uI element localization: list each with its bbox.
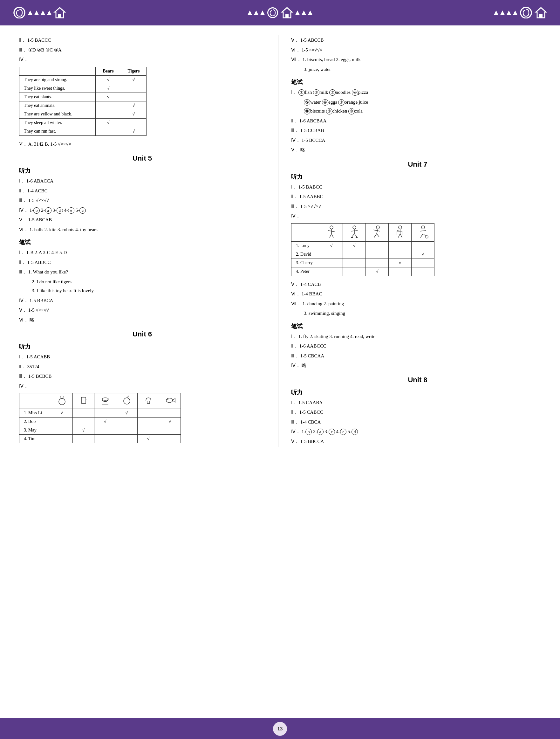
u7-vii-2: 3. swimming, singing: [304, 309, 544, 318]
unit6-title: Unit 6: [19, 330, 265, 338]
unit4-ii: Ⅱ． 1-5 BACCC: [19, 36, 265, 45]
left-column: Ⅱ． 1-5 BACCC Ⅲ． ①D ②B ③C ④A Ⅳ． Bears Tig…: [19, 35, 278, 447]
activity-icon-5: [417, 225, 429, 239]
c10: ⑩: [348, 108, 355, 115]
c4: ④: [352, 89, 358, 96]
unit7-listening: Ⅰ． 1-5 BABCC Ⅱ． 1-5 AABBC Ⅲ． 1-5 ×√√×√ Ⅳ…: [291, 182, 544, 221]
u8-l-iv: Ⅳ． 1-b 2-a 3-c 4-e 5-d: [291, 427, 544, 436]
triangle-group-left: [28, 10, 51, 15]
col-bears: Bears: [96, 67, 121, 76]
unit5-written-title: 笔试: [19, 239, 265, 246]
house-icon-center: [281, 6, 293, 19]
svg-line-29: [351, 231, 358, 231]
u5-l-iii: Ⅲ． 1-5 √××√√: [19, 196, 265, 205]
u7-w-ii: Ⅱ． 1-6 AABCCC: [291, 341, 544, 351]
table-row: They like sweet things. √: [19, 84, 147, 93]
c2: ②: [313, 89, 320, 96]
u8-l-iii: Ⅲ． 1-4 CBCA: [291, 418, 544, 427]
header-left-decoration: [13, 6, 66, 19]
u5-w-ii: Ⅱ． 1-5 ABBCC: [19, 258, 265, 267]
u7-l-ii: Ⅱ． 1-5 AABBC: [291, 192, 544, 201]
table-row: 3. May √: [19, 426, 181, 435]
svg-point-18: [124, 398, 130, 404]
u6-vi: Ⅵ． 1-5 ××√√√: [291, 45, 544, 55]
tri-r2: [500, 10, 505, 15]
food-icon-5: [143, 395, 154, 406]
unit4-table: Bears Tigers They are big and strong. √ …: [19, 67, 147, 136]
triangle1: [28, 10, 32, 15]
footer-bar: 13: [0, 718, 560, 739]
u6-vii: Ⅶ． 1. biscuits, bread 2. eggs, milk: [291, 55, 544, 64]
u7-vi: Ⅵ． 1-4 BBAC: [291, 289, 544, 299]
food-icon-2: [78, 395, 89, 406]
circled-e: e: [68, 207, 74, 214]
table-row: They eat animals. √: [19, 101, 147, 110]
c3: ③: [329, 89, 336, 96]
activity-icon-4: [394, 225, 406, 239]
svg-rect-19: [147, 401, 150, 404]
svg-rect-2: [58, 14, 61, 18]
table-row: 2. Bob √ √: [19, 418, 181, 426]
activity-icon-1: [325, 225, 338, 239]
svg-line-26: [332, 234, 333, 238]
unit8-title: Unit 8: [291, 376, 544, 384]
svg-point-16: [102, 398, 109, 400]
unit6-written-title-right: 笔试: [291, 78, 544, 86]
right-column: Ⅴ． 1-5 ABCCB Ⅵ． 1-5 ××√√√ Ⅶ． 1. biscuits…: [278, 35, 544, 447]
c9: ⑨: [326, 108, 333, 115]
svg-line-35: [377, 229, 378, 234]
svg-line-43: [398, 234, 400, 238]
roman-iii: Ⅲ．: [19, 47, 27, 52]
u5-l-vi: Ⅵ． 1. balls 2. kite 3. robots 4. toy bea…: [19, 225, 265, 234]
tri-r1: [494, 10, 498, 15]
spiral-icon-right: [519, 6, 533, 19]
activity-icon-3: [371, 225, 384, 239]
u5-l-ii: Ⅱ． 1-4 ACBC: [19, 186, 265, 195]
table-row: 1. Lucy √ √: [292, 241, 434, 250]
u6-l-iv-label: Ⅳ．: [19, 382, 265, 391]
unit6-table: 1. Miss Li √ √ 2. Bob √ √: [19, 393, 181, 443]
unit7-written-title: 笔试: [291, 322, 544, 330]
svg-rect-8: [539, 14, 543, 18]
header-right-decoration: [494, 6, 547, 19]
svg-point-27: [353, 226, 356, 229]
header-bar: [0, 0, 560, 25]
u6-l-iii: Ⅲ． 1-5 BCBCB: [19, 372, 265, 381]
food-icon-3: [100, 395, 111, 406]
c1: ①: [299, 89, 305, 96]
unit7-continued: Ⅴ． 1-4 CACB Ⅵ． 1-4 BBAC Ⅶ． 1. dancing 2.…: [291, 280, 544, 318]
food-icon-6: [164, 395, 176, 406]
c7: ⑦: [338, 99, 345, 106]
activity-icon-2: [348, 225, 361, 239]
u6-w-i-2: ⑤water ⑥eggs ⑦orange juice: [304, 98, 544, 107]
svg-point-20: [166, 398, 173, 403]
table-row: 1. Miss Li √ √: [19, 409, 181, 418]
unit7-written: Ⅰ． 1. fly 2. skating 3. running 4. read,…: [291, 332, 544, 370]
u6-v: Ⅴ． 1-5 ABCCB: [291, 36, 544, 45]
tri-c6: [308, 10, 313, 15]
svg-rect-42: [397, 231, 402, 235]
tri-c2: [254, 10, 258, 15]
food-icon-1: [56, 395, 68, 406]
col-tigers: Tigers: [121, 67, 147, 76]
header-center-left: [247, 6, 313, 19]
u5-l-iv: Ⅳ． 1-b 2-a 3-d 4-e 5-c: [19, 206, 265, 215]
u6-w-iii: Ⅲ． 1-5 CCBAB: [291, 126, 544, 135]
table-row: 2. David √: [292, 250, 434, 259]
unit5-written: Ⅰ． 1-B 2-A 3-C 4-E 5-D Ⅱ． 1-5 ABBCC Ⅲ． 1…: [19, 248, 265, 324]
u6-w-i-3: ⑧biscuits ⑨chicken ⑩cola: [304, 107, 544, 116]
u8-l-i: Ⅰ． 1-5 CAABA: [291, 398, 544, 407]
svg-point-22: [330, 226, 333, 229]
svg-point-45: [421, 226, 425, 229]
u5-w-vi: Ⅵ． 略: [19, 315, 265, 325]
u7-l-iv-label: Ⅳ．: [291, 211, 544, 221]
table-row: They sleep all winter. √: [19, 118, 147, 127]
triangle3: [41, 10, 45, 15]
tri-c3: [260, 10, 265, 15]
u6-w-v: Ⅴ． 略: [291, 145, 544, 155]
unit4-section: Ⅱ． 1-5 BACCC Ⅲ． ①D ②B ③C ④A Ⅳ． Bears Tig…: [19, 36, 265, 148]
svg-line-25: [330, 234, 332, 238]
table-row: They are yellow and black. √: [19, 110, 147, 118]
svg-line-31: [354, 234, 357, 237]
u7-l-iii: Ⅲ． 1-5 ×√√×√: [291, 202, 544, 211]
